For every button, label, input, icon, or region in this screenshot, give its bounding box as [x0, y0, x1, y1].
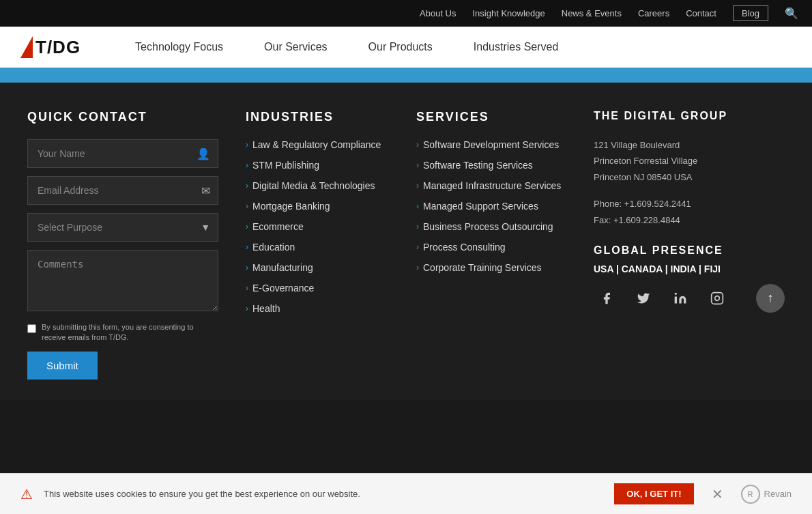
footer-content: QUICK CONTACT 👤 ✉ Select Purpose General… [0, 83, 812, 400]
chevron-icon: › [416, 140, 419, 149]
about-us-link[interactable]: About Us [420, 8, 456, 18]
user-icon: 👤 [197, 147, 210, 160]
scroll-top-button[interactable]: ↑ [756, 284, 785, 313]
address-line1: 121 Village Boulevard [594, 137, 785, 153]
global-presence-title: GLOBAL PRESENCE [594, 244, 785, 257]
quick-contact-title: QUICK CONTACT [27, 110, 218, 124]
name-input[interactable] [27, 139, 218, 168]
cookie-warning-icon: ⚠ [20, 486, 33, 502]
chevron-icon: › [246, 140, 248, 149]
logo-triangle-icon [20, 36, 33, 58]
logo[interactable]: T/DG [20, 36, 81, 58]
twitter-icon[interactable] [630, 285, 656, 311]
chevron-icon: › [246, 201, 248, 211]
name-field-group: 👤 [27, 139, 218, 168]
industry-item-8[interactable]: ›Health [246, 303, 389, 314]
service-item-6[interactable]: ›Corporate Training Services [416, 262, 566, 273]
nav-industries-served[interactable]: Industries Served [474, 41, 559, 53]
chevron-icon: › [416, 181, 419, 190]
industry-item-7[interactable]: ›E-Governance [246, 283, 389, 294]
industries-title: INDUSTRIES [246, 110, 389, 124]
instagram-icon[interactable] [704, 285, 730, 311]
contact-link[interactable]: Contact [686, 8, 716, 18]
comments-field-group [27, 250, 218, 314]
service-item-5[interactable]: ›Process Consulting [416, 242, 566, 253]
phone: Phone: +1.609.524.2441 [594, 196, 785, 212]
purpose-select-wrapper: Select Purpose General Inquiry Sales Sup… [27, 213, 218, 242]
industry-item-5[interactable]: ›Education [246, 242, 389, 253]
chevron-icon: › [246, 263, 248, 272]
quick-contact-section: QUICK CONTACT 👤 ✉ Select Purpose General… [27, 110, 218, 380]
svg-rect-1 [712, 293, 723, 304]
insight-knowledge-link[interactable]: Insight Knowledge [473, 8, 545, 18]
address: 121 Village Boulevard Princeton Forresta… [594, 137, 785, 185]
email-field-group: ✉ [27, 176, 218, 205]
address-line2: Princeton Forrestal Village [594, 153, 785, 169]
chevron-icon: › [416, 242, 419, 252]
close-icon[interactable]: ✕ [712, 486, 723, 502]
service-item-3[interactable]: ›Managed Support Services [416, 201, 566, 212]
purpose-select[interactable]: Select Purpose General Inquiry Sales Sup… [27, 213, 218, 242]
industry-item-6[interactable]: ›Manufacturing [246, 262, 389, 273]
service-item-1[interactable]: ›Software Testing Services [416, 160, 566, 171]
submit-button[interactable]: Submit [27, 352, 98, 380]
cookie-accept-button[interactable]: OK, I GET IT! [614, 483, 693, 504]
consent-text: By submitting this form, you are consent… [42, 322, 218, 343]
industry-item-1[interactable]: ›STM Publishing [246, 160, 389, 171]
top-bar: About Us Insight Knowledge News & Events… [0, 0, 812, 27]
service-item-4[interactable]: ›Business Process Outsourcing [416, 221, 566, 232]
industry-item-2[interactable]: ›Digital Media & Technologies [246, 180, 389, 191]
main-nav: T/DG Technology Focus Our Services Our P… [0, 27, 812, 68]
industries-list: ›Law & Regulatory Compliance ›STM Publis… [246, 139, 389, 314]
blog-button[interactable]: Blog [733, 5, 768, 21]
nav-technology-focus[interactable]: Technology Focus [135, 41, 223, 53]
news-events-link[interactable]: News & Events [562, 8, 622, 18]
chevron-icon: › [246, 222, 248, 231]
cookie-bar: ⚠ This website uses cookies to ensure yo… [0, 473, 812, 514]
cookie-text: This website uses cookies to ensure you … [44, 489, 603, 499]
chevron-icon: › [246, 283, 248, 293]
comments-textarea[interactable] [27, 250, 218, 311]
linkedin-icon[interactable] [667, 285, 693, 311]
chevron-icon: › [416, 160, 419, 170]
email-input[interactable] [27, 176, 218, 205]
digital-group-title: THE DIGITAL GROUP [594, 110, 785, 122]
nav-items: Technology Focus Our Services Our Produc… [135, 41, 558, 53]
facebook-icon[interactable] [594, 285, 620, 311]
consent-row: By submitting this form, you are consent… [27, 322, 218, 343]
industries-section: INDUSTRIES ›Law & Regulatory Compliance … [246, 110, 389, 380]
fax: Fax: +1.609.228.4844 [594, 212, 785, 228]
chevron-icon: › [416, 263, 419, 272]
services-title: SERVICES [416, 110, 566, 124]
countries-text: USA | CANADA | INDIA | FIJI [594, 263, 721, 274]
blue-strip [0, 68, 812, 83]
services-section: SERVICES ›Software Development Services … [416, 110, 566, 380]
nav-our-products[interactable]: Our Products [368, 41, 433, 53]
digital-group-section: THE DIGITAL GROUP 121 Village Boulevard … [594, 110, 785, 380]
chevron-icon: › [416, 222, 419, 231]
chevron-icon: › [246, 181, 248, 190]
logo-text: T/DG [35, 37, 81, 58]
presence-countries: USA | CANADA | INDIA | FIJI [594, 263, 785, 274]
revain-text: Revain [764, 489, 792, 499]
service-item-2[interactable]: ›Managed Infrastructure Services [416, 180, 566, 191]
nav-our-services[interactable]: Our Services [264, 41, 327, 53]
svg-point-0 [675, 293, 677, 295]
search-icon[interactable]: 🔍 [785, 7, 798, 20]
industry-item-3[interactable]: ›Mortgage Banking [246, 201, 389, 212]
address-line3: Princeton NJ 08540 USA [594, 169, 785, 185]
careers-link[interactable]: Careers [638, 8, 669, 18]
services-list: ›Software Development Services ›Software… [416, 139, 566, 273]
email-icon: ✉ [201, 184, 210, 197]
consent-checkbox[interactable] [27, 324, 36, 333]
chevron-icon: › [416, 201, 419, 211]
industry-item-0[interactable]: ›Law & Regulatory Compliance [246, 139, 389, 150]
industry-item-4[interactable]: ›Ecommerce [246, 221, 389, 232]
purpose-field-group: Select Purpose General Inquiry Sales Sup… [27, 213, 218, 242]
chevron-icon: › [246, 304, 248, 313]
service-item-0[interactable]: ›Software Development Services [416, 139, 566, 150]
chevron-icon: › [246, 242, 248, 252]
revain-logo: R Revain [741, 485, 792, 504]
contact-info: Phone: +1.609.524.2441 Fax: +1.609.228.4… [594, 196, 785, 228]
revain-icon: R [741, 485, 760, 504]
